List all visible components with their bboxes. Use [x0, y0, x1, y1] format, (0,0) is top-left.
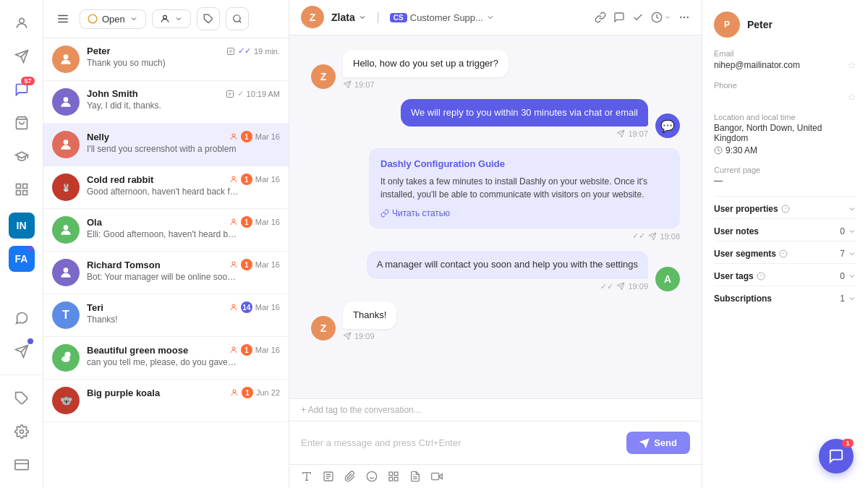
video-button[interactable]: [431, 471, 443, 482]
template-button[interactable]: [388, 471, 399, 482]
msg-bubble-4: A manager will contact you soon and help…: [367, 251, 648, 278]
user-segments-chevron: [848, 249, 856, 258]
conv-item-beautiful[interactable]: Beautiful green moose 1 Mar 16 can you t…: [43, 337, 289, 380]
conv-item-ola[interactable]: Ola 1 Mar 16 Elli: Good afternoon, haven…: [43, 209, 289, 252]
svg-rect-62: [394, 472, 398, 476]
svg-point-34: [232, 347, 235, 350]
conv-content-peter: Peter ✓✓ 19 min. Thank you so much): [87, 46, 280, 68]
preview-teri: Thanks!: [87, 314, 239, 325]
sidebar-item-person[interactable]: [7, 9, 36, 38]
conv-item-bigpurple[interactable]: 🐨 Big purple koala 1 Jun 22: [43, 380, 289, 422]
email-star-icon[interactable]: ☆: [847, 59, 856, 71]
facebook-badge: [27, 246, 33, 252]
svg-rect-5: [22, 184, 27, 189]
conv-content-ola: Ola 1 Mar 16 Elli: Good afternoon, haven…: [87, 216, 280, 239]
conv-item-john[interactable]: John Smith ✓ 10:19 AM Yay, I did it, tha…: [43, 81, 289, 124]
conv-item-cold[interactable]: 🐰 Cold red rabbit 1 Mar 16 Good afternoo…: [43, 166, 289, 209]
user-notes-section[interactable]: User notes 0: [714, 218, 856, 241]
svg-rect-22: [227, 48, 234, 54]
conv-name-peter: Peter: [87, 46, 111, 56]
conv-content-teri: Teri 14 Mar 16 Thanks!: [87, 301, 280, 325]
time-richard: Mar 16: [255, 260, 280, 269]
sidebar-item-chat[interactable]: 57: [7, 75, 36, 104]
conv-name-bigpurple: Big purple koala: [87, 388, 160, 398]
article-link[interactable]: Читать статью: [380, 208, 668, 218]
more-button[interactable]: [678, 12, 690, 23]
user-properties-section[interactable]: User properties: [714, 196, 856, 218]
send-button[interactable]: Send: [626, 432, 690, 454]
svg-rect-64: [394, 477, 398, 481]
assignee-filter-dropdown[interactable]: [152, 9, 191, 28]
check-button[interactable]: [632, 12, 644, 23]
conv-name-nelly: Nelly: [87, 132, 109, 142]
sidebar-item-telegram[interactable]: [7, 337, 36, 366]
article-text: It only takes a few minutes to install D…: [380, 175, 668, 201]
sidebar-item-puzzle[interactable]: [7, 384, 36, 413]
menu-button[interactable]: [52, 8, 74, 30]
conv-panel-header: Open: [43, 0, 289, 38]
sidebar-item-whatsapp[interactable]: [7, 304, 36, 333]
time-peter: 19 min.: [254, 47, 280, 56]
subscriptions-chevron: [848, 294, 856, 303]
svg-rect-63: [389, 477, 393, 481]
unread-nelly: 1: [241, 131, 252, 142]
emoji-button[interactable]: [366, 471, 378, 482]
conversation-panel: Open Peter ✓✓ 19: [43, 0, 289, 488]
conv-content-richard: Richard Tomson 1 Mar 16 Bot: Your manage…: [87, 259, 280, 282]
phone-star-icon[interactable]: ☆: [847, 91, 856, 103]
svg-rect-12: [14, 460, 27, 469]
sidebar-item-settings[interactable]: [7, 417, 36, 446]
search-conv-button[interactable]: [226, 7, 249, 30]
label-filter-button[interactable]: [197, 7, 220, 30]
conv-item-peter[interactable]: Peter ✓✓ 19 min. Thank you so much): [43, 38, 289, 81]
chat-main: Z Zlata | CS Customer Supp...: [289, 0, 702, 488]
chat-header: Z Zlata | CS Customer Supp...: [289, 0, 702, 35]
svg-point-39: [681, 17, 681, 17]
tag-bar[interactable]: + Add tag to the conversation...: [289, 398, 702, 421]
document-button[interactable]: [323, 471, 334, 482]
preview-ola: Elli: Good afternoon, haven't heard back…: [87, 229, 239, 239]
sidebar-item-learn[interactable]: [7, 142, 36, 171]
subscriptions-section[interactable]: Subscriptions 1: [714, 286, 856, 308]
note-button[interactable]: [613, 12, 625, 23]
conv-content-beautiful: Beautiful green moose 1 Mar 16 can you t…: [87, 344, 280, 367]
svg-point-27: [232, 176, 235, 179]
article-button[interactable]: [409, 471, 421, 482]
timer-button[interactable]: [651, 12, 671, 23]
chat-user-name[interactable]: Zlata: [331, 12, 367, 23]
link-button[interactable]: [595, 12, 606, 23]
sidebar-item-send[interactable]: [7, 42, 36, 71]
time-nelly: Mar 16: [255, 132, 280, 141]
preview-richard: Bot: Your manager will be online soon., …: [87, 272, 239, 282]
sidebar-instagram[interactable]: IN: [7, 211, 36, 240]
format-text-button[interactable]: [301, 471, 312, 482]
conv-item-richard[interactable]: Richard Tomson 1 Mar 16 Bot: Your manage…: [43, 252, 289, 294]
check-peter: ✓✓: [238, 46, 251, 56]
article-title: Dashly Configuration Guide: [380, 158, 668, 169]
chat-badge: 57: [21, 77, 34, 85]
user-tags-count: 0: [840, 271, 856, 281]
sidebar-item-stats[interactable]: [7, 175, 36, 204]
sidebar-item-billing[interactable]: [7, 450, 36, 479]
svg-point-29: [232, 219, 235, 222]
status-filter-label: Open: [102, 14, 125, 25]
panel-header: P Peter: [714, 12, 856, 38]
svg-point-25: [64, 140, 69, 145]
header-separator: |: [377, 11, 380, 24]
msg-bubble-1: Hello, how do you set up a trigger?: [343, 50, 509, 77]
sidebar-item-shop[interactable]: [7, 108, 36, 137]
msg-time-5: 19:09: [343, 332, 396, 341]
user-segments-section[interactable]: User segments 7: [714, 241, 856, 263]
status-filter-dropdown[interactable]: Open: [80, 9, 146, 29]
conv-content-cold: Cold red rabbit 1 Mar 16 Good afternoon,…: [87, 174, 280, 197]
attach-button[interactable]: [344, 471, 356, 482]
svg-rect-61: [389, 472, 393, 476]
user-tags-section[interactable]: User tags 0: [714, 263, 856, 286]
avatar-ola: [52, 216, 80, 244]
chat-team-label[interactable]: CS Customer Supp...: [390, 12, 495, 23]
chat-input-placeholder[interactable]: Enter a message and press Ctrl+Enter: [301, 437, 626, 448]
conv-item-nelly[interactable]: Nelly 1 Mar 16 I'll send you screenshot …: [43, 124, 289, 166]
sidebar-facebook[interactable]: FA: [7, 244, 36, 273]
float-chat-button[interactable]: 1: [819, 439, 854, 474]
conv-item-teri[interactable]: T Teri 14 Mar 16 Thanks!: [43, 294, 289, 337]
